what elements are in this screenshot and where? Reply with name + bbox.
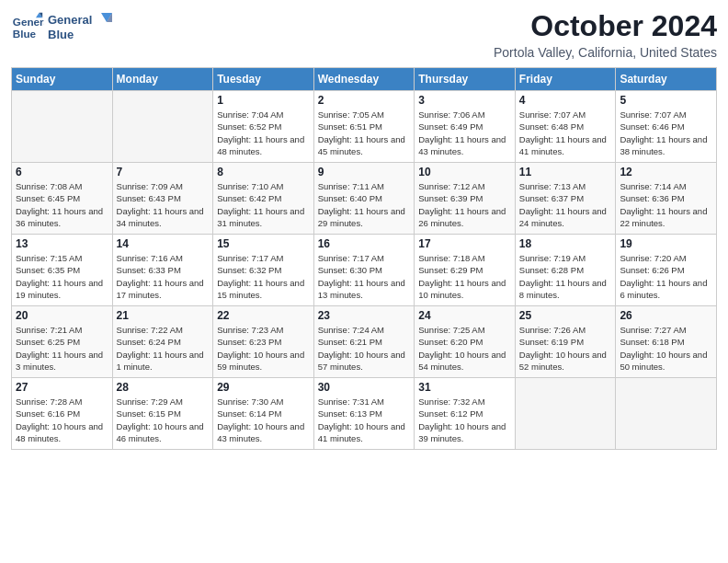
day-number: 10 [418,166,511,178]
day-cell: 18Sunrise: 7:19 AM Sunset: 6:28 PM Dayli… [515,235,616,306]
day-info: Sunrise: 7:10 AM Sunset: 6:42 PM Dayligh… [217,180,310,229]
day-cell: 28Sunrise: 7:29 AM Sunset: 6:15 PM Dayli… [112,378,213,450]
day-cell: 12Sunrise: 7:14 AM Sunset: 6:36 PM Dayli… [616,163,717,235]
day-info: Sunrise: 7:21 AM Sunset: 6:25 PM Dayligh… [16,324,108,373]
svg-text:Blue: Blue [13,28,37,40]
day-info: Sunrise: 7:18 AM Sunset: 6:29 PM Dayligh… [418,252,511,301]
day-cell [515,378,616,450]
logo-icon: General Blue [11,11,44,44]
day-number: 25 [519,309,612,322]
day-cell: 15Sunrise: 7:17 AM Sunset: 6:32 PM Dayli… [213,235,314,306]
day-info: Sunrise: 7:16 AM Sunset: 6:33 PM Dayligh… [117,252,210,301]
day-cell: 7Sunrise: 7:09 AM Sunset: 6:43 PM Daylig… [112,163,213,235]
day-number: 22 [217,309,310,322]
day-number: 6 [16,166,108,178]
day-number: 21 [117,309,210,322]
header: General Blue General Blue General Blue O… [11,9,717,60]
day-number: 15 [217,237,310,250]
day-number: 30 [318,381,411,394]
day-number: 7 [117,166,210,178]
day-cell: 16Sunrise: 7:17 AM Sunset: 6:30 PM Dayli… [313,235,415,306]
day-info: Sunrise: 7:12 AM Sunset: 6:39 PM Dayligh… [418,180,511,229]
day-info: Sunrise: 7:32 AM Sunset: 6:12 PM Dayligh… [418,396,511,444]
day-cell: 29Sunrise: 7:30 AM Sunset: 6:14 PM Dayli… [213,378,314,450]
day-info: Sunrise: 7:07 AM Sunset: 6:48 PM Dayligh… [519,109,612,157]
day-number: 13 [16,237,108,250]
day-cell [12,91,113,163]
week-row-5: 27Sunrise: 7:28 AM Sunset: 6:16 PM Dayli… [12,378,717,450]
day-number: 18 [519,237,612,250]
day-number: 14 [117,237,210,250]
header-row: SundayMondayTuesdayWednesdayThursdayFrid… [12,68,717,91]
day-cell: 13Sunrise: 7:15 AM Sunset: 6:35 PM Dayli… [12,235,113,306]
col-header-sunday: Sunday [12,68,113,91]
day-number: 4 [519,94,612,107]
logo-full: General Blue [48,9,114,46]
day-info: Sunrise: 7:26 AM Sunset: 6:19 PM Dayligh… [519,324,612,373]
day-number: 11 [519,166,612,178]
month-title: October 2024 [494,9,717,43]
col-header-tuesday: Tuesday [213,68,314,91]
day-info: Sunrise: 7:25 AM Sunset: 6:20 PM Dayligh… [418,324,511,373]
svg-text:Blue: Blue [48,28,74,41]
logo: General Blue General Blue General Blue [11,9,114,46]
col-header-thursday: Thursday [415,68,516,91]
location: Portola Valley, California, United State… [494,45,717,60]
day-info: Sunrise: 7:06 AM Sunset: 6:49 PM Dayligh… [418,109,511,157]
day-cell: 4Sunrise: 7:07 AM Sunset: 6:48 PM Daylig… [515,91,616,163]
day-number: 31 [418,381,511,394]
week-row-4: 20Sunrise: 7:21 AM Sunset: 6:25 PM Dayli… [12,306,717,378]
day-cell: 3Sunrise: 7:06 AM Sunset: 6:49 PM Daylig… [415,91,516,163]
day-cell: 8Sunrise: 7:10 AM Sunset: 6:42 PM Daylig… [213,163,314,235]
day-info: Sunrise: 7:09 AM Sunset: 6:43 PM Dayligh… [117,180,210,229]
day-number: 20 [16,309,108,322]
day-info: Sunrise: 7:28 AM Sunset: 6:16 PM Dayligh… [16,396,108,444]
day-number: 9 [318,166,411,178]
day-number: 27 [16,381,108,394]
day-info: Sunrise: 7:17 AM Sunset: 6:32 PM Dayligh… [217,252,310,301]
day-info: Sunrise: 7:22 AM Sunset: 6:24 PM Dayligh… [117,324,210,373]
day-info: Sunrise: 7:15 AM Sunset: 6:35 PM Dayligh… [16,252,108,301]
day-info: Sunrise: 7:05 AM Sunset: 6:51 PM Dayligh… [318,109,411,157]
day-info: Sunrise: 7:17 AM Sunset: 6:30 PM Dayligh… [318,252,411,301]
day-number: 5 [620,94,712,107]
day-cell [112,91,213,163]
svg-text:General: General [48,13,92,27]
day-number: 26 [620,309,712,322]
day-cell: 17Sunrise: 7:18 AM Sunset: 6:29 PM Dayli… [415,235,516,306]
day-number: 29 [217,381,310,394]
day-info: Sunrise: 7:23 AM Sunset: 6:23 PM Dayligh… [217,324,310,373]
day-number: 28 [117,381,210,394]
col-header-friday: Friday [515,68,616,91]
day-number: 8 [217,166,310,178]
day-cell: 14Sunrise: 7:16 AM Sunset: 6:33 PM Dayli… [112,235,213,306]
day-cell: 9Sunrise: 7:11 AM Sunset: 6:40 PM Daylig… [313,163,415,235]
day-cell: 21Sunrise: 7:22 AM Sunset: 6:24 PM Dayli… [112,306,213,378]
day-cell: 27Sunrise: 7:28 AM Sunset: 6:16 PM Dayli… [12,378,113,450]
col-header-saturday: Saturday [616,68,717,91]
week-row-2: 6Sunrise: 7:08 AM Sunset: 6:45 PM Daylig… [12,163,717,235]
calendar-table: SundayMondayTuesdayWednesdayThursdayFrid… [11,67,717,450]
day-cell: 1Sunrise: 7:04 AM Sunset: 6:52 PM Daylig… [213,91,314,163]
day-info: Sunrise: 7:07 AM Sunset: 6:46 PM Dayligh… [620,109,712,157]
day-cell: 2Sunrise: 7:05 AM Sunset: 6:51 PM Daylig… [313,91,415,163]
day-cell: 5Sunrise: 7:07 AM Sunset: 6:46 PM Daylig… [616,91,717,163]
day-number: 16 [318,237,411,250]
day-number: 24 [418,309,511,322]
day-cell: 25Sunrise: 7:26 AM Sunset: 6:19 PM Dayli… [515,306,616,378]
day-cell: 6Sunrise: 7:08 AM Sunset: 6:45 PM Daylig… [12,163,113,235]
day-number: 12 [620,166,712,178]
day-cell: 23Sunrise: 7:24 AM Sunset: 6:21 PM Dayli… [313,306,415,378]
col-header-wednesday: Wednesday [313,68,415,91]
day-info: Sunrise: 7:24 AM Sunset: 6:21 PM Dayligh… [318,324,411,373]
day-cell: 30Sunrise: 7:31 AM Sunset: 6:13 PM Dayli… [313,378,415,450]
day-cell [616,378,717,450]
title-block: October 2024 Portola Valley, California,… [494,9,717,60]
day-cell: 26Sunrise: 7:27 AM Sunset: 6:18 PM Dayli… [616,306,717,378]
day-info: Sunrise: 7:19 AM Sunset: 6:28 PM Dayligh… [519,252,612,301]
day-info: Sunrise: 7:30 AM Sunset: 6:14 PM Dayligh… [217,396,310,444]
day-number: 3 [418,94,511,107]
day-info: Sunrise: 7:11 AM Sunset: 6:40 PM Dayligh… [318,180,411,229]
day-info: Sunrise: 7:14 AM Sunset: 6:36 PM Dayligh… [620,180,712,229]
day-cell: 24Sunrise: 7:25 AM Sunset: 6:20 PM Dayli… [415,306,516,378]
